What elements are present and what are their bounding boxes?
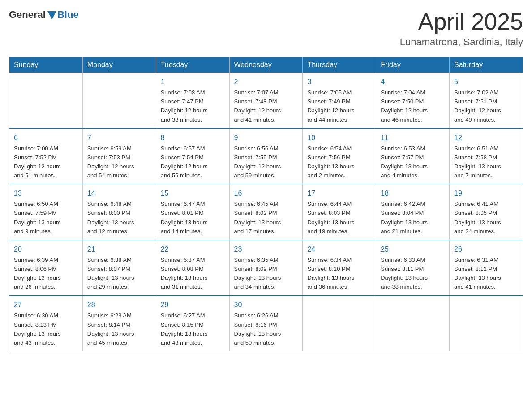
day-number: 3: [307, 77, 371, 87]
day-number: 13: [14, 188, 78, 199]
day-number: 11: [381, 133, 445, 143]
calendar-cell: 28Sunrise: 6:29 AMSunset: 8:14 PMDayligh…: [82, 295, 156, 351]
page-header: General Blue April 2025 Lunamatrona, Sar…: [9, 9, 523, 48]
day-number: 16: [234, 188, 298, 199]
day-number: 1: [161, 77, 225, 87]
calendar-cell: 22Sunrise: 6:37 AMSunset: 8:08 PMDayligh…: [156, 240, 229, 296]
day-number: 20: [14, 244, 78, 255]
logo-triangle-icon: [47, 11, 56, 19]
calendar-cell: 11Sunrise: 6:53 AMSunset: 7:57 PMDayligh…: [376, 128, 450, 184]
day-number: 23: [234, 244, 298, 255]
day-info: Sunrise: 6:41 AMSunset: 8:05 PMDaylight:…: [454, 201, 501, 234]
day-info: Sunrise: 6:29 AMSunset: 8:14 PMDaylight:…: [87, 312, 134, 346]
day-info: Sunrise: 6:38 AMSunset: 8:07 PMDaylight:…: [87, 257, 134, 290]
calendar-day-header: Tuesday: [156, 57, 229, 73]
day-info: Sunrise: 6:27 AMSunset: 8:15 PMDaylight:…: [161, 312, 208, 346]
calendar-cell: 25Sunrise: 6:33 AMSunset: 8:11 PMDayligh…: [376, 240, 450, 296]
calendar-cell: 2Sunrise: 7:07 AMSunset: 7:48 PMDaylight…: [229, 73, 303, 128]
calendar-cell: 16Sunrise: 6:45 AMSunset: 8:02 PMDayligh…: [229, 184, 303, 240]
day-info: Sunrise: 6:50 AMSunset: 7:59 PMDaylight:…: [14, 201, 61, 234]
day-info: Sunrise: 6:33 AMSunset: 8:11 PMDaylight:…: [381, 257, 428, 290]
day-info: Sunrise: 6:37 AMSunset: 8:08 PMDaylight:…: [161, 257, 208, 290]
calendar-cell: 27Sunrise: 6:30 AMSunset: 8:13 PMDayligh…: [9, 295, 83, 351]
calendar-cell: 1Sunrise: 7:08 AMSunset: 7:47 PMDaylight…: [156, 73, 229, 128]
logo-general-text: General: [9, 9, 46, 21]
calendar-location: Lunamatrona, Sardinia, Italy: [400, 36, 523, 48]
calendar-day-header: Monday: [82, 57, 156, 73]
calendar-cell: 14Sunrise: 6:48 AMSunset: 8:00 PMDayligh…: [82, 184, 156, 240]
calendar-cell: 23Sunrise: 6:35 AMSunset: 8:09 PMDayligh…: [229, 240, 303, 296]
calendar-cell: 12Sunrise: 6:51 AMSunset: 7:58 PMDayligh…: [450, 128, 523, 184]
day-number: 17: [307, 188, 371, 199]
calendar-cell: 17Sunrise: 6:44 AMSunset: 8:03 PMDayligh…: [303, 184, 376, 240]
day-number: 25: [381, 244, 445, 255]
day-number: 8: [161, 133, 225, 143]
calendar-cell: 29Sunrise: 6:27 AMSunset: 8:15 PMDayligh…: [156, 295, 229, 351]
day-number: 14: [87, 188, 151, 199]
day-info: Sunrise: 7:08 AMSunset: 7:47 PMDaylight:…: [161, 89, 208, 123]
calendar-day-header: Saturday: [450, 57, 523, 73]
title-block: April 2025 Lunamatrona, Sardinia, Italy: [400, 9, 523, 48]
day-info: Sunrise: 7:02 AMSunset: 7:51 PMDaylight:…: [454, 89, 501, 123]
calendar-cell: 24Sunrise: 6:34 AMSunset: 8:10 PMDayligh…: [303, 240, 376, 296]
day-info: Sunrise: 6:30 AMSunset: 8:13 PMDaylight:…: [14, 312, 61, 346]
day-info: Sunrise: 6:26 AMSunset: 8:16 PMDaylight:…: [234, 312, 281, 346]
day-number: 21: [87, 244, 151, 255]
day-info: Sunrise: 6:39 AMSunset: 8:06 PMDaylight:…: [14, 257, 61, 290]
day-number: 5: [454, 77, 518, 87]
calendar-cell: 10Sunrise: 6:54 AMSunset: 7:56 PMDayligh…: [303, 128, 376, 184]
calendar-cell: [9, 73, 83, 128]
calendar-week-row: 6Sunrise: 7:00 AMSunset: 7:52 PMDaylight…: [9, 128, 523, 184]
day-info: Sunrise: 7:05 AMSunset: 7:49 PMDaylight:…: [307, 89, 354, 123]
calendar-cell: [303, 295, 376, 351]
calendar-cell: 13Sunrise: 6:50 AMSunset: 7:59 PMDayligh…: [9, 184, 83, 240]
day-info: Sunrise: 6:53 AMSunset: 7:57 PMDaylight:…: [381, 145, 428, 179]
calendar-cell: 9Sunrise: 6:56 AMSunset: 7:55 PMDaylight…: [229, 128, 303, 184]
day-number: 9: [234, 133, 298, 143]
day-number: 18: [381, 188, 445, 199]
day-info: Sunrise: 7:00 AMSunset: 7:52 PMDaylight:…: [14, 145, 61, 179]
day-number: 28: [87, 300, 151, 310]
calendar-day-header: Sunday: [9, 57, 83, 73]
day-number: 2: [234, 77, 298, 87]
calendar-table: SundayMondayTuesdayWednesdayThursdayFrid…: [9, 57, 523, 351]
day-info: Sunrise: 6:51 AMSunset: 7:58 PMDaylight:…: [454, 145, 501, 179]
day-number: 29: [161, 300, 225, 310]
calendar-cell: 4Sunrise: 7:04 AMSunset: 7:50 PMDaylight…: [376, 73, 450, 128]
day-number: 12: [454, 133, 518, 143]
day-info: Sunrise: 6:44 AMSunset: 8:03 PMDaylight:…: [307, 201, 354, 234]
day-number: 10: [307, 133, 371, 143]
logo-blue-text: Blue: [57, 9, 79, 21]
calendar-cell: [82, 73, 156, 128]
day-number: 22: [161, 244, 225, 255]
calendar-title: April 2025: [400, 9, 523, 34]
logo: General Blue: [9, 9, 79, 21]
day-info: Sunrise: 6:42 AMSunset: 8:04 PMDaylight:…: [381, 201, 428, 234]
day-info: Sunrise: 6:48 AMSunset: 8:00 PMDaylight:…: [87, 201, 134, 234]
calendar-cell: 19Sunrise: 6:41 AMSunset: 8:05 PMDayligh…: [450, 184, 523, 240]
day-info: Sunrise: 6:59 AMSunset: 7:53 PMDaylight:…: [87, 145, 134, 179]
day-number: 4: [381, 77, 445, 87]
day-number: 26: [454, 244, 518, 255]
day-info: Sunrise: 6:57 AMSunset: 7:54 PMDaylight:…: [161, 145, 208, 179]
calendar-header-row: SundayMondayTuesdayWednesdayThursdayFrid…: [9, 57, 523, 73]
day-info: Sunrise: 6:54 AMSunset: 7:56 PMDaylight:…: [307, 145, 354, 179]
calendar-cell: 8Sunrise: 6:57 AMSunset: 7:54 PMDaylight…: [156, 128, 229, 184]
calendar-week-row: 13Sunrise: 6:50 AMSunset: 7:59 PMDayligh…: [9, 184, 523, 240]
calendar-cell: 21Sunrise: 6:38 AMSunset: 8:07 PMDayligh…: [82, 240, 156, 296]
day-number: 6: [14, 133, 78, 143]
calendar-cell: 7Sunrise: 6:59 AMSunset: 7:53 PMDaylight…: [82, 128, 156, 184]
calendar-day-header: Wednesday: [229, 57, 303, 73]
calendar-cell: 30Sunrise: 6:26 AMSunset: 8:16 PMDayligh…: [229, 295, 303, 351]
calendar-cell: 18Sunrise: 6:42 AMSunset: 8:04 PMDayligh…: [376, 184, 450, 240]
calendar-cell: 20Sunrise: 6:39 AMSunset: 8:06 PMDayligh…: [9, 240, 83, 296]
calendar-week-row: 20Sunrise: 6:39 AMSunset: 8:06 PMDayligh…: [9, 240, 523, 296]
day-info: Sunrise: 6:31 AMSunset: 8:12 PMDaylight:…: [454, 257, 501, 290]
calendar-cell: 15Sunrise: 6:47 AMSunset: 8:01 PMDayligh…: [156, 184, 229, 240]
day-number: 19: [454, 188, 518, 199]
calendar-cell: 5Sunrise: 7:02 AMSunset: 7:51 PMDaylight…: [450, 73, 523, 128]
calendar-cell: [376, 295, 450, 351]
day-number: 7: [87, 133, 151, 143]
calendar-week-row: 1Sunrise: 7:08 AMSunset: 7:47 PMDaylight…: [9, 73, 523, 128]
day-number: 30: [234, 300, 298, 310]
